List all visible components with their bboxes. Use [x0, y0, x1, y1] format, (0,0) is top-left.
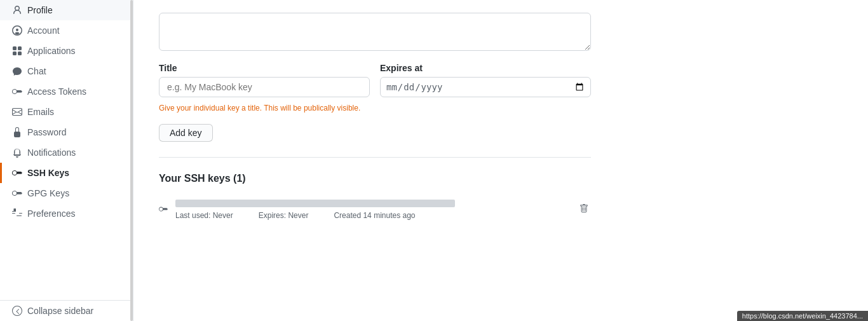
key-row-icon — [159, 205, 168, 215]
ssh-key-textarea[interactable] — [159, 13, 591, 51]
sidebar-item-password-label: Password — [27, 127, 66, 137]
sidebar-bottom: Collapse sidebar — [0, 300, 133, 321]
sidebar: Profile Account Applications Chat — [0, 0, 133, 321]
expires-input[interactable] — [380, 77, 591, 97]
sidebar-item-ssh-keys[interactable]: SSH Keys — [0, 163, 133, 183]
collapse-sidebar-button[interactable]: Collapse sidebar — [0, 301, 133, 321]
lock-icon — [12, 127, 22, 137]
key-info: Last used: Never Expires: Never Created … — [175, 200, 569, 220]
sidebar-item-account[interactable]: Account — [0, 20, 133, 41]
key-meta: Last used: Never Expires: Never Created … — [175, 211, 569, 220]
sidebar-item-applications-label: Applications — [27, 46, 76, 56]
sidebar-scrollbar — [130, 0, 133, 321]
sidebar-item-notifications-label: Notifications — [27, 147, 76, 158]
access-tokens-key-icon — [12, 86, 22, 97]
sidebar-item-profile-label: Profile — [27, 5, 53, 15]
bell-icon — [12, 147, 22, 158]
key-expires: Expires: Never — [259, 211, 309, 220]
sidebar-item-preferences-label: Preferences — [27, 208, 75, 219]
ssh-key-icon — [12, 168, 22, 178]
key-delete-button[interactable] — [577, 201, 591, 218]
section-divider — [159, 157, 591, 158]
expires-group: Expires at — [380, 63, 591, 97]
sidebar-item-access-tokens-label: Access Tokens — [27, 86, 86, 97]
gpg-key-icon — [12, 188, 22, 198]
expires-label: Expires at — [380, 63, 591, 73]
sidebar-item-gpg-keys[interactable]: GPG Keys — [0, 183, 133, 203]
sidebar-item-ssh-keys-label: SSH Keys — [27, 168, 69, 178]
sidebar-item-chat-label: Chat — [27, 66, 46, 76]
collapse-sidebar-label: Collapse sidebar — [27, 306, 93, 316]
sidebar-item-applications[interactable]: Applications — [0, 41, 133, 61]
form-row: Title Expires at — [159, 63, 591, 97]
sliders-icon — [12, 208, 22, 219]
sidebar-item-gpg-keys-label: GPG Keys — [27, 188, 69, 198]
ssh-key-row: Last used: Never Expires: Never Created … — [159, 195, 591, 225]
person-icon — [12, 5, 22, 15]
title-input[interactable] — [159, 77, 370, 97]
main-content: Title Expires at Give your individual ke… — [133, 0, 868, 321]
title-group: Title — [159, 63, 370, 97]
form-hint: Give your individual key a title. This w… — [159, 102, 591, 114]
grid-icon — [12, 46, 22, 56]
add-key-button[interactable]: Add key — [159, 124, 213, 142]
sidebar-item-account-label: Account — [27, 25, 60, 36]
sidebar-item-chat[interactable]: Chat — [0, 61, 133, 81]
sidebar-item-password[interactable]: Password — [0, 122, 133, 142]
sidebar-item-access-tokens[interactable]: Access Tokens — [0, 81, 133, 102]
url-bar: https://blog.csdn.net/weixin_4423784... — [737, 311, 868, 321]
sidebar-item-emails-label: Emails — [27, 107, 54, 117]
chat-icon — [12, 66, 22, 76]
mail-icon — [12, 107, 22, 117]
sidebar-item-profile[interactable]: Profile — [0, 0, 133, 20]
key-name-blurred — [175, 200, 455, 207]
form-section: Title Expires at Give your individual ke… — [159, 13, 591, 225]
ssh-keys-heading: Your SSH keys (1) — [159, 173, 591, 184]
sidebar-item-emails[interactable]: Emails — [0, 102, 133, 122]
person-circle-icon — [12, 25, 22, 36]
title-label: Title — [159, 63, 370, 73]
key-last-used: Last used: Never — [175, 211, 233, 220]
key-created: Created 14 minutes ago — [334, 211, 415, 220]
sidebar-item-preferences[interactable]: Preferences — [0, 203, 133, 224]
sidebar-item-notifications[interactable]: Notifications — [0, 142, 133, 163]
collapse-icon — [12, 306, 22, 316]
